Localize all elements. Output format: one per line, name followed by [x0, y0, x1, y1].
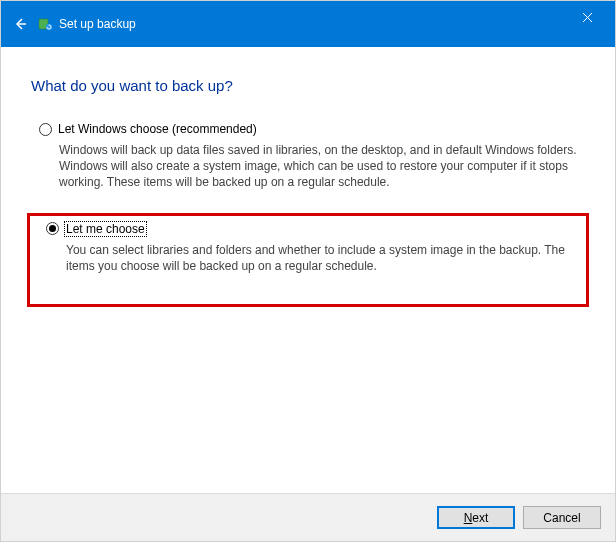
window-title: Set up backup — [59, 17, 136, 31]
close-button[interactable] — [577, 7, 597, 27]
option-description: You can select libraries and folders and… — [66, 242, 578, 274]
option-label: Let me choose — [65, 222, 146, 236]
back-button[interactable] — [11, 16, 29, 32]
option-let-windows-choose[interactable]: Let Windows choose (recommended) Windows… — [31, 122, 585, 191]
radio-selected-icon[interactable] — [46, 222, 59, 235]
option-label: Let Windows choose (recommended) — [58, 122, 257, 136]
radio-unselected-icon[interactable] — [39, 123, 52, 136]
annotation-highlight: Let me choose You can select libraries a… — [27, 213, 589, 307]
content-area: What do you want to back up? Let Windows… — [1, 47, 615, 493]
backup-icon — [37, 16, 53, 32]
option-let-me-choose[interactable]: Let me choose You can select libraries a… — [38, 222, 578, 274]
titlebar: Set up backup — [1, 1, 615, 47]
option-description: Windows will back up data files saved in… — [59, 142, 579, 191]
wizard-window: Set up backup What do you want to back u… — [0, 0, 616, 542]
cancel-button[interactable]: Cancel — [523, 506, 601, 529]
footer-bar: Next Cancel — [1, 493, 615, 541]
page-heading: What do you want to back up? — [31, 77, 585, 94]
next-button[interactable]: Next — [437, 506, 515, 529]
